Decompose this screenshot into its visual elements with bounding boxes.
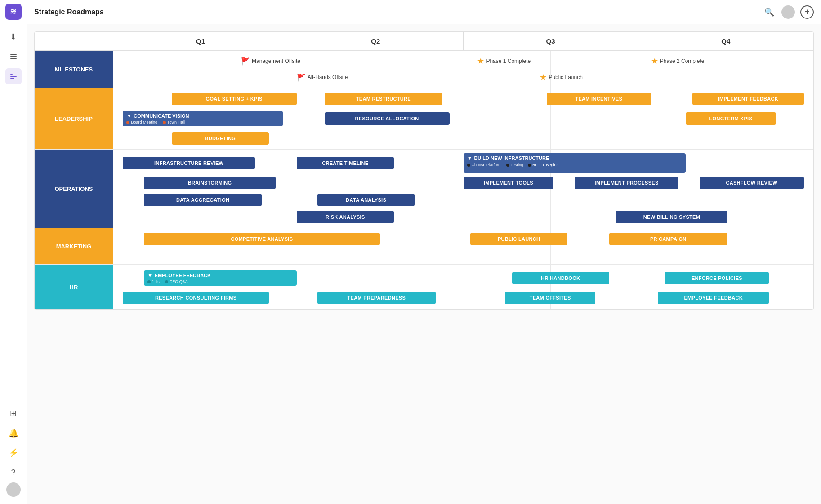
content-hr: ▼ EMPLOYEE FEEDBACK 1:1s CEO: [113, 265, 813, 309]
operations-line-3: DATA AGGREGATION DATA ANALYSIS: [116, 193, 811, 207]
user-avatar-top[interactable]: [781, 5, 795, 19]
bar-team-offsites[interactable]: TEAM OFFSITES: [505, 292, 595, 304]
page-title: Strategic Roadmaps: [34, 8, 763, 16]
bar-new-billing[interactable]: NEW BILLING SYSTEM: [616, 211, 727, 223]
sub-label: Board Meeting: [131, 120, 157, 124]
employee-feedback-subs: 1:1s CEO Q&A: [147, 279, 293, 284]
bar-budgeting[interactable]: BUDGETING: [172, 132, 269, 145]
chevron-icon: ▼: [147, 272, 153, 279]
employee-feedback-title: ▼ EMPLOYEE FEEDBACK: [147, 272, 293, 279]
bar-team-incentives[interactable]: TEAM INCENTIVES: [547, 93, 651, 105]
sub-label: 1:1s: [152, 279, 160, 284]
sub-label: Choose Platform: [472, 163, 502, 167]
svg-rect-1: [10, 56, 17, 57]
app-logo[interactable]: ≋: [5, 4, 22, 20]
dot-icon: [165, 280, 168, 283]
svg-rect-3: [10, 74, 13, 75]
search-icon[interactable]: 🔍: [763, 5, 776, 19]
content-leadership: GOAL SETTING + KPIS TEAM RESTRUCTURE TEA…: [113, 88, 813, 149]
bar-team-restructure[interactable]: TEAM RESTRUCTURE: [325, 93, 443, 105]
sub-label: Testing: [511, 163, 524, 167]
flag-icon: 🚩: [241, 57, 250, 66]
download-icon[interactable]: ⬇: [5, 29, 22, 45]
bar-infra-review[interactable]: INFRASTRUCTURE REVIEW: [123, 157, 255, 169]
header-label-empty: [35, 32, 113, 50]
star-icon: ★: [540, 72, 547, 82]
topbar: Strategic Roadmaps 🔍 +: [27, 0, 821, 24]
sub-label: Town Hall: [167, 120, 185, 124]
bar-create-timeline[interactable]: CREATE TIMELINE: [297, 157, 394, 169]
lightning-icon[interactable]: ⚡: [5, 445, 22, 461]
add-button[interactable]: +: [800, 5, 814, 19]
operations-line-4: RISK ANALYSIS NEW BILLING SYSTEM: [116, 210, 811, 224]
topbar-actions: 🔍 +: [763, 5, 814, 19]
dot-icon: [126, 121, 129, 124]
build-infra-subs: Choose Platform Testing Rollout Begins: [467, 163, 682, 167]
quarter-q4: Q4: [638, 32, 813, 50]
row-leadership: LEADERSHIP GOAL SETTING + KPIS TEAM REST…: [35, 88, 813, 150]
label-milestones: MILESTONES: [35, 51, 113, 88]
milestone-text: All-Hands Offsite: [308, 74, 348, 80]
milestone-text: Management Offsite: [252, 58, 300, 64]
milestone-text: Phase 1 Complete: [486, 58, 531, 64]
list-icon[interactable]: [5, 49, 22, 65]
operations-line-1: INFRASTRUCTURE REVIEW CREATE TIMELINE ▼ …: [116, 153, 811, 173]
milestone-public-launch: ★ Public Launch: [540, 72, 582, 82]
bar-implement-processes[interactable]: IMPLEMENT PROCESSES: [575, 177, 679, 189]
bar-hr-handbook[interactable]: HR HANDBOOK: [512, 272, 609, 284]
help-icon[interactable]: ?: [5, 464, 22, 481]
label-hr: HR: [35, 265, 113, 309]
sub-label: Rollout Begins: [532, 163, 558, 167]
bar-enforce-policies[interactable]: ENFORCE POLICIES: [665, 272, 769, 284]
sub-rollout-begins: Rollout Begins: [528, 163, 558, 167]
bar-resource-allocation[interactable]: RESOURCE ALLOCATION: [325, 112, 450, 125]
bar-implement-feedback[interactable]: IMPLEMENT FEEDBACK: [692, 93, 803, 105]
template-icon[interactable]: ⊞: [5, 405, 22, 421]
bar-build-new-infra[interactable]: ▼ BUILD NEW INFRASTRUCTURE Choose Platfo…: [464, 153, 686, 173]
bell-icon[interactable]: 🔔: [5, 425, 22, 441]
main-area: Strategic Roadmaps 🔍 + Q1 Q2 Q3 Q4 MILES…: [27, 0, 821, 504]
dot-icon: [506, 164, 509, 167]
roadmap-icon[interactable]: [5, 68, 22, 84]
svg-rect-4: [10, 76, 17, 77]
content-marketing: COMPETITIVE ANALYSIS PUBLIC LAUNCH PR CA…: [113, 228, 813, 264]
sub-label: CEO Q&A: [170, 279, 188, 284]
sub-1on1s: 1:1s: [147, 279, 160, 284]
chevron-icon: ▼: [467, 155, 473, 161]
bar-research-consulting[interactable]: RESEARCH CONSULTING FIRMS: [123, 292, 268, 304]
operations-line-2: BRAINSTORMING IMPLEMENT TOOLS IMPLEMENT …: [116, 176, 811, 190]
bar-pr-campaign[interactable]: PR CAMPAIGN: [609, 233, 727, 245]
label-operations: OPERATIONS: [35, 150, 113, 228]
sub-board-meeting: Board Meeting: [126, 120, 157, 124]
quarter-q2: Q2: [288, 32, 463, 50]
hr-line-2: RESEARCH CONSULTING FIRMS TEAM PREPAREDN…: [116, 291, 811, 305]
milestone-line-2: 🚩 All-Hands Offsite ★ Public Launch: [116, 71, 811, 84]
bar-public-launch[interactable]: PUBLIC LAUNCH: [470, 233, 567, 245]
milestone-text: Phase 2 Complete: [660, 58, 705, 64]
sub-ceo-qa: CEO Q&A: [165, 279, 188, 284]
roadmap-grid: Q1 Q2 Q3 Q4 MILESTONES 🚩 Management Offs…: [34, 31, 814, 310]
dot-icon: [147, 280, 151, 283]
bar-longterm-kpis[interactable]: LONGTERM KPIS: [686, 112, 776, 125]
bar-employee-feedback-expand[interactable]: ▼ EMPLOYEE FEEDBACK 1:1s CEO: [144, 270, 297, 286]
bar-team-preparedness[interactable]: TEAM PREPAREDNESS: [317, 292, 436, 304]
svg-rect-0: [10, 54, 17, 55]
roadmap-header: Q1 Q2 Q3 Q4: [35, 32, 813, 51]
user-avatar[interactable]: [6, 482, 21, 497]
dot-icon: [163, 121, 166, 124]
bar-brainstorming[interactable]: BRAINSTORMING: [144, 177, 276, 189]
bar-communicate-vision[interactable]: ▼ COMMUNICATE VISION Board Meeting: [123, 111, 282, 126]
bar-goal-setting[interactable]: GOAL SETTING + KPIS: [172, 93, 297, 105]
quarter-q1: Q1: [113, 32, 288, 50]
bar-data-analysis[interactable]: DATA ANALYSIS: [317, 194, 415, 206]
leadership-line-3: BUDGETING: [116, 131, 811, 146]
bar-cashflow-review[interactable]: CASHFLOW REVIEW: [700, 177, 804, 189]
bar-risk-analysis[interactable]: RISK ANALYSIS: [297, 211, 394, 223]
bar-implement-tools[interactable]: IMPLEMENT TOOLS: [464, 177, 554, 189]
milestone-text: Public Launch: [549, 74, 582, 80]
bar-competitive-analysis[interactable]: COMPETITIVE ANALYSIS: [144, 233, 380, 245]
content-milestones: 🚩 Management Offsite ★ Phase 1 Complete …: [113, 51, 813, 88]
row-marketing: MARKETING COMPETITIVE ANALYSIS PUBLIC LA…: [35, 228, 813, 265]
bar-data-aggregation[interactable]: DATA AGGREGATION: [144, 194, 262, 206]
bar-employee-feedback-2[interactable]: EMPLOYEE FEEDBACK: [658, 292, 769, 304]
